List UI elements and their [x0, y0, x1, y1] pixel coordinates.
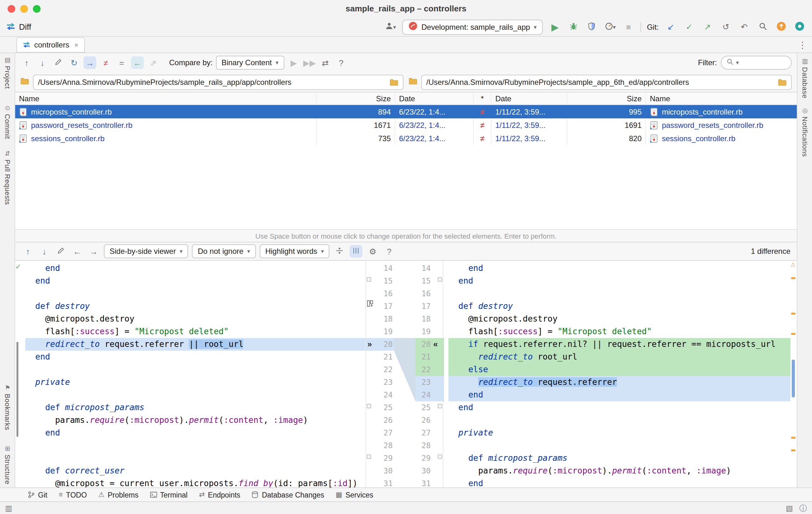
warning-stripe-mark[interactable]: [791, 449, 795, 451]
code-line[interactable]: def correct_user: [25, 465, 366, 477]
close-tab-icon[interactable]: ×: [75, 41, 79, 49]
step-all-button[interactable]: ▶▶: [303, 56, 316, 69]
commit-button[interactable]: ✓: [683, 21, 695, 33]
file-diff-row[interactable]: sessions_controller.rb7356/23/22, 1:4...…: [15, 132, 797, 145]
tool-window-button-endpoints[interactable]: ⇄Endpoints: [199, 491, 240, 498]
code-line[interactable]: @micropost.destroy: [448, 313, 790, 325]
edit-source-button[interactable]: [52, 56, 65, 69]
collapse-unchanged-button[interactable]: [334, 245, 346, 258]
code-line[interactable]: [448, 439, 790, 452]
prev-change-button[interactable]: ↑: [22, 245, 34, 258]
column-header-name[interactable]: Name: [646, 92, 797, 104]
code-line[interactable]: [25, 452, 366, 465]
run-configuration-select[interactable]: Development: sample_rails_app ▾: [403, 19, 543, 34]
code-line[interactable]: end: [25, 275, 366, 288]
tool-window-button-project[interactable]: ▤Project: [0, 57, 15, 89]
column-header-size[interactable]: Size: [568, 92, 646, 104]
browse-folder-icon[interactable]: [389, 78, 398, 86]
column-header-size[interactable]: Size: [317, 92, 395, 104]
file-diff-row[interactable]: password_resets_controller.rb16716/23/22…: [15, 118, 797, 132]
tool-window-button-problems[interactable]: ⚠Problems: [98, 491, 138, 498]
column-header-date[interactable]: Date: [395, 92, 474, 104]
close-window-button[interactable]: [8, 5, 15, 13]
copy-block-icon[interactable]: [367, 300, 374, 307]
right-path-field[interactable]: /Users/Anna.Smirnova/RubymineProjects/sa…: [421, 74, 792, 90]
fold-marker[interactable]: [367, 404, 371, 408]
code-line[interactable]: [25, 439, 366, 452]
apply-change-right-chevron[interactable]: »: [367, 338, 372, 351]
fold-marker[interactable]: [438, 404, 442, 408]
column-header-operation[interactable]: *: [474, 92, 492, 104]
debug-button[interactable]: [567, 21, 580, 33]
fold-marker[interactable]: [367, 277, 371, 282]
code-line[interactable]: end: [25, 351, 366, 363]
code-line[interactable]: @micropost.destroy: [25, 313, 366, 325]
code-line[interactable]: flash[:success] = "Micropost deleted": [25, 325, 366, 338]
show-new-on-right-toggle[interactable]: ←: [131, 56, 144, 69]
history-button[interactable]: ↺: [720, 21, 732, 33]
warning-stripe-mark[interactable]: [791, 333, 795, 335]
code-line[interactable]: @micropost = current_user.microposts.fin…: [25, 477, 366, 487]
code-line[interactable]: params.require(:micropost).permit(:conte…: [25, 414, 366, 427]
update-project-button[interactable]: ↙: [664, 21, 677, 33]
code-line[interactable]: def micropost_params: [448, 452, 790, 465]
warning-stripe-mark[interactable]: [791, 277, 795, 279]
tool-window-button-notifications[interactable]: ◎Notifications: [798, 108, 812, 157]
sync-scrolling-toggle[interactable]: [350, 245, 362, 258]
tool-window-button-database-changes[interactable]: Database Changes: [252, 491, 324, 498]
help-button[interactable]: ?: [335, 56, 347, 69]
tab-controllers[interactable]: controllers ×: [17, 37, 85, 52]
right-code-pane[interactable]: end end def destroy @micropost.destroy f…: [443, 261, 790, 487]
code-line[interactable]: end: [25, 427, 366, 439]
compare-by-select[interactable]: Binary Content ▾: [216, 56, 284, 70]
code-line[interactable]: end: [448, 262, 790, 275]
tool-window-button-services[interactable]: ▦Services: [336, 491, 373, 498]
code-line[interactable]: [25, 288, 366, 300]
help-button[interactable]: ?: [383, 245, 396, 258]
code-line[interactable]: [448, 288, 790, 300]
tool-window-button-pull-requests[interactable]: ⇵Pull Requests: [0, 151, 15, 205]
profiler-button[interactable]: ▾: [604, 21, 617, 33]
code-line[interactable]: else: [448, 363, 790, 376]
jump-to-source-button[interactable]: [55, 245, 67, 258]
ide-update-button[interactable]: [775, 21, 787, 33]
code-line[interactable]: end: [448, 477, 790, 487]
compare-prev-file-button[interactable]: ←: [71, 245, 84, 258]
highlight-policy-select[interactable]: Highlight words ▾: [260, 244, 330, 258]
code-line[interactable]: private: [448, 427, 790, 439]
tool-window-button-structure[interactable]: ⊞Structure: [0, 446, 15, 485]
apply-change-left-chevron[interactable]: «: [433, 338, 438, 351]
file-diff-row[interactable]: microposts_controller.rb8946/23/22, 1:4.…: [15, 105, 797, 118]
tool-window-button-database[interactable]: ▥Database: [798, 58, 812, 98]
column-header-name[interactable]: Name: [15, 92, 317, 104]
compare-next-file-button[interactable]: →: [87, 245, 100, 258]
push-button[interactable]: ↗: [701, 21, 714, 33]
coverage-button[interactable]: [586, 21, 598, 33]
zoom-window-button[interactable]: [33, 5, 40, 13]
code-line[interactable]: redirect_to root_url: [448, 351, 790, 363]
code-line[interactable]: [25, 363, 366, 376]
prev-item-button[interactable]: ↑: [20, 56, 33, 69]
fold-marker[interactable]: [438, 454, 442, 459]
code-line[interactable]: end: [448, 389, 790, 401]
tool-window-button-git[interactable]: Git: [28, 491, 47, 498]
right-scrollbar-thumb[interactable]: [792, 360, 795, 397]
left-pane-scrollbar[interactable]: ✓: [15, 261, 20, 487]
profile-button[interactable]: [793, 21, 806, 33]
viewer-mode-select[interactable]: Side-by-side viewer ▾: [104, 244, 188, 258]
layout-icon[interactable]: ▧: [786, 504, 793, 512]
refresh-button[interactable]: ↻: [68, 56, 81, 69]
warning-stripe-mark[interactable]: [791, 313, 795, 314]
show-difference-toggle[interactable]: ≠: [99, 56, 112, 69]
info-icon[interactable]: ⓘ: [799, 504, 807, 512]
code-line[interactable]: def destroy: [25, 300, 366, 313]
next-change-button[interactable]: ↓: [38, 245, 51, 258]
column-header-date[interactable]: Date: [492, 92, 568, 104]
show-new-on-left-toggle[interactable]: →: [84, 56, 96, 69]
code-line[interactable]: redirect_to request.referrer || root_url: [25, 338, 366, 351]
editor-settings-button[interactable]: ⚙: [367, 245, 379, 258]
tool-windows-icon[interactable]: ▥: [5, 504, 12, 512]
step-button[interactable]: ▶: [287, 56, 300, 69]
tool-window-button-terminal[interactable]: Terminal: [150, 491, 187, 498]
code-line[interactable]: end: [448, 275, 790, 288]
